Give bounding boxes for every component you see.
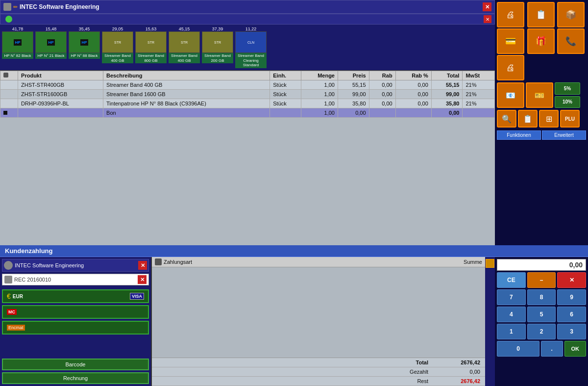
rpanel-search-button[interactable]: 🔍 — [497, 110, 516, 128]
tab-erweitert[interactable]: Erweitert — [542, 130, 586, 140]
rec-input[interactable] — [14, 277, 138, 283]
title-bar: ✏ INTEC Software Engineering ✕ — [0, 0, 495, 14]
rpanel-copy-button[interactable]: 📋 — [518, 110, 538, 128]
row-qty: 1,00 — [301, 89, 338, 99]
thumb-price: 15,63 — [135, 26, 167, 31]
rpanel-plu-button[interactable]: PLU — [560, 110, 580, 128]
thumb-label: HP N° 82 Black — [2, 53, 33, 59]
table-row-active[interactable]: Bon 1,00 0,00 0,00 — [0, 108, 495, 117]
numpad-8[interactable]: 8 — [527, 289, 556, 305]
row-sku: ZHST-STR400GB — [18, 80, 103, 89]
customer-row: INTEC Software Engineering ✕ — [2, 259, 149, 272]
numpad-clear[interactable]: ✕ — [557, 272, 586, 288]
numpad-row-4: 1 2 3 — [497, 324, 586, 339]
row-price: 55,15 — [338, 80, 369, 89]
rpanel-btn-phone[interactable]: 📞 — [557, 28, 585, 54]
numpad-1[interactable]: 1 — [497, 324, 526, 339]
numpad-6[interactable]: 6 — [557, 307, 586, 322]
thumb-item[interactable]: 29,05 STR Streamer Band 400 GB — [102, 26, 133, 68]
numpad-9[interactable]: 9 — [557, 289, 586, 305]
pay-mc-button[interactable]: MC — [2, 305, 149, 319]
row-desc: Streamer Band 1600 GB — [103, 89, 270, 99]
main-close-button[interactable]: ✕ — [483, 2, 491, 11]
numpad-0[interactable]: 0 — [497, 341, 539, 357]
thumb-label: Streamer Band 200 GB — [202, 53, 233, 63]
numpad-ok[interactable]: OK — [564, 341, 587, 357]
pct10-button[interactable]: 10% — [555, 96, 580, 108]
rpanel-btn-ticket[interactable]: 🎫 — [526, 82, 553, 108]
row-rab-pct: 0,00 — [395, 99, 431, 108]
rec-row: ✕ — [2, 274, 149, 285]
table-row[interactable]: ZHST-STR400GB Streamer Band 400 GB Stück… — [0, 80, 495, 89]
thumb-price: 45,15 — [169, 26, 200, 31]
row-total-active: 0,00 — [431, 108, 463, 117]
row-total: 35,80 — [431, 99, 463, 108]
rpanel-grid-button[interactable]: ⊞ — [539, 110, 559, 128]
rpanel-btn-printer2[interactable]: 🖨 — [497, 55, 524, 80]
thumb-item[interactable]: 15,63 STR Streamer Band 800 GB — [135, 26, 167, 68]
numpad-minus[interactable]: – — [527, 272, 556, 288]
row-rab-pct-active — [395, 108, 431, 117]
row-mwst: 21% — [463, 99, 495, 108]
rpanel-btn-clipboard[interactable]: 📋 — [527, 2, 555, 27]
numpad-7[interactable]: 7 — [497, 289, 526, 305]
numpad-5[interactable]: 5 — [527, 307, 556, 322]
col-mwst: MwSt — [463, 71, 495, 80]
total-row-rest: Rest 2676,42 — [152, 377, 485, 386]
thumb-item[interactable]: 45,15 STR Streamer Band 400 GB — [169, 26, 200, 68]
thumb-img: STR — [102, 31, 133, 53]
middle-bottom-panel: Zahlungsart Summe Total 2676,42 Gezahlt … — [152, 257, 485, 386]
col-beschreibung: Beschreibung — [103, 71, 270, 80]
row-desc-active: Bon — [103, 108, 270, 117]
numpad-dot[interactable]: . — [541, 341, 563, 357]
button-grid-2: 💳 🎁 📞 — [497, 28, 586, 54]
thumb-img: HP — [2, 31, 33, 53]
numpad-2[interactable]: 2 — [527, 324, 556, 339]
pay-eur-button[interactable]: € EUR VISA — [2, 289, 149, 303]
row-sku: DRHP-09396HP-BL — [18, 99, 103, 108]
tab-funktionen[interactable]: Funktionen — [497, 130, 541, 140]
total-value: 2676,42 — [433, 360, 482, 365]
row-qty-active: 1,00 — [301, 108, 338, 117]
numpad-row-3: 4 5 6 — [497, 307, 586, 322]
pct5-button[interactable]: 5% — [555, 82, 580, 95]
thumb-item[interactable]: 11,22 CLN Streamer Band Cleaning Standar… — [235, 26, 267, 68]
row-marker — [0, 80, 18, 89]
numpad-3[interactable]: 3 — [557, 324, 586, 339]
row-price-active: 0,00 — [338, 108, 369, 117]
rpanel-btn-gift[interactable]: 🎁 — [527, 28, 555, 54]
thumb-label: HP N° 21 Black — [35, 53, 67, 59]
rpanel-btn-box[interactable]: 📦 — [557, 2, 585, 27]
func-tabs: Funktionen Erweitert — [497, 130, 586, 140]
pay-encmat-button[interactable]: Encmat — [2, 321, 149, 335]
rpanel-btn-card[interactable]: 💳 — [497, 28, 524, 54]
table-row[interactable]: ZHST-STR1600GB Streamer Band 1600 GB Stü… — [0, 89, 495, 99]
thumb-item[interactable]: 35,45 HP HP N° 88 Black — [69, 26, 100, 68]
main-title: INTEC Software Engineering — [20, 3, 483, 10]
total-row-gezahlt: Gezahlt 0,00 — [152, 367, 485, 377]
row-price: 35,80 — [338, 99, 369, 108]
customer-close-button[interactable]: ✕ — [138, 261, 147, 270]
thumb-item[interactable]: 15,48 HP HP N° 21 Black — [35, 26, 67, 68]
numpad-ce[interactable]: CE — [497, 272, 526, 288]
row-total: 55,15 — [431, 80, 463, 89]
rest-label: Rest — [155, 378, 433, 384]
sub-close-button[interactable]: ✕ — [484, 15, 491, 23]
numpad-4[interactable]: 4 — [497, 307, 526, 322]
bottom-content: INTEC Software Engineering ✕ ✕ € EUR VIS… — [0, 257, 588, 386]
thumb-item[interactable]: 37,39 STR Streamer Band 200 GB — [202, 26, 233, 68]
table-row[interactable]: DRHP-09396HP-BL Tintenpatrone HP N° 88 B… — [0, 99, 495, 108]
thumb-label: Streamer Band 400 GB — [169, 53, 200, 63]
thumb-img: HP — [69, 31, 100, 53]
row-rab-pct: 0,00 — [395, 80, 431, 89]
row-sku-active — [18, 108, 103, 117]
barcode-button[interactable]: Barcode — [2, 359, 149, 370]
thumb-item[interactable]: 41,78 HP HP N° 82 Black — [2, 26, 33, 68]
rec-close-button[interactable]: ✕ — [138, 275, 147, 284]
rechnung-button[interactable]: Rechnung — [2, 372, 149, 384]
customer-icon — [4, 261, 13, 270]
rpanel-btn-printer[interactable]: 🖨 — [497, 2, 524, 27]
rpanel-btn-email[interactable]: 📧 — [497, 82, 524, 108]
col-rab: Rab — [369, 71, 395, 80]
numpad-row-2: 7 8 9 — [497, 289, 586, 305]
